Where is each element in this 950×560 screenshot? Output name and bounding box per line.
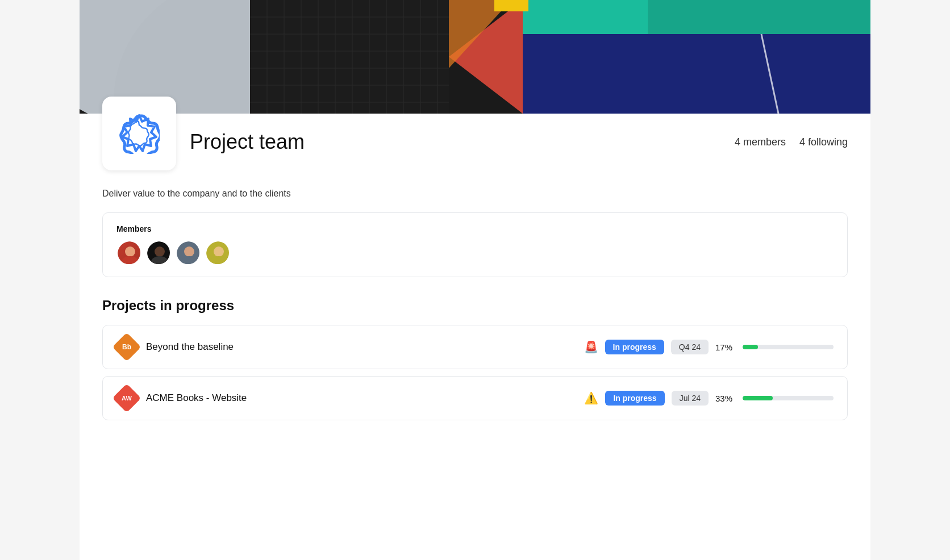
projects-section: Projects in progress Bb Beyond the basel… bbox=[80, 277, 870, 420]
progress-bar-fill-2 bbox=[743, 396, 773, 400]
progress-pct-1: 17% bbox=[715, 342, 736, 352]
svg-point-35 bbox=[210, 256, 227, 265]
quarter-badge-2: Jul 24 bbox=[672, 391, 709, 406]
page-wrapper: Project team 4 members 4 following Deliv… bbox=[80, 0, 870, 560]
projects-heading: Projects in progress bbox=[102, 298, 848, 314]
team-info: Project team 4 members 4 following bbox=[190, 113, 848, 154]
team-logo-box bbox=[102, 97, 176, 170]
svg-rect-27 bbox=[494, 0, 528, 11]
team-description: Deliver value to the company and to the … bbox=[80, 170, 870, 199]
alert-icon-1: 🚨 bbox=[584, 340, 598, 354]
members-count: 4 members bbox=[735, 136, 786, 148]
members-card: Members bbox=[102, 212, 848, 277]
badge-icon bbox=[119, 113, 160, 154]
svg-point-33 bbox=[181, 256, 198, 265]
profile-section: Project team 4 members 4 following bbox=[80, 97, 870, 170]
project-logo-1: Bb bbox=[113, 333, 141, 362]
avatar-4[interactable] bbox=[205, 240, 230, 265]
project-meta-2: ⚠️ In progress Jul 24 33% bbox=[584, 391, 834, 406]
progress-pct-2: 33% bbox=[715, 394, 736, 403]
team-stats: 4 members 4 following bbox=[735, 136, 848, 148]
following-count: 4 following bbox=[799, 136, 848, 148]
status-badge-2: In progress bbox=[605, 391, 664, 406]
project-name-2: ACME Books - Website bbox=[146, 392, 575, 404]
svg-point-32 bbox=[184, 246, 194, 257]
svg-point-29 bbox=[122, 256, 139, 265]
avatars-list bbox=[116, 240, 834, 265]
progress-bar-track-1 bbox=[743, 345, 834, 349]
alert-icon-2: ⚠️ bbox=[584, 391, 598, 405]
project-card-2[interactable]: AW ACME Books - Website ⚠️ In progress J… bbox=[102, 376, 848, 420]
progress-bar-track-2 bbox=[743, 396, 834, 400]
svg-point-34 bbox=[214, 246, 224, 257]
project-card-1[interactable]: Bb Beyond the baseline 🚨 In progress Q4 … bbox=[102, 325, 848, 369]
progress-bar-fill-1 bbox=[743, 345, 758, 349]
project-meta-1: 🚨 In progress Q4 24 17% bbox=[584, 340, 834, 354]
members-label: Members bbox=[116, 224, 834, 233]
svg-point-30 bbox=[155, 246, 165, 257]
avatar-1[interactable] bbox=[116, 240, 141, 265]
svg-point-28 bbox=[125, 246, 135, 257]
status-badge-1: In progress bbox=[605, 340, 664, 354]
quarter-badge-1: Q4 24 bbox=[671, 340, 709, 354]
avatar-3[interactable] bbox=[176, 240, 201, 265]
svg-point-31 bbox=[151, 256, 168, 265]
team-name: Project team bbox=[190, 130, 305, 154]
project-name-1: Beyond the baseline bbox=[146, 341, 575, 353]
avatar-2[interactable] bbox=[146, 240, 171, 265]
project-logo-2: AW bbox=[113, 384, 141, 413]
